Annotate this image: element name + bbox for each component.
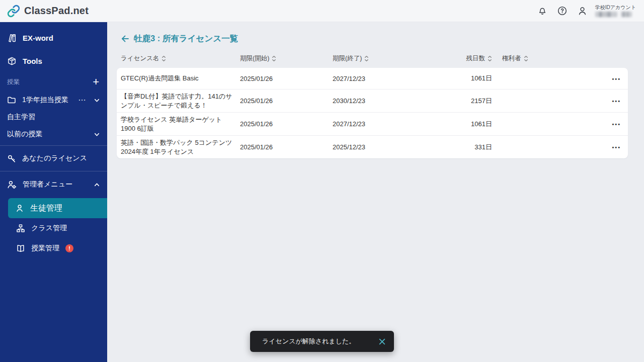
- key-icon: [7, 154, 16, 163]
- back-arrow-icon: [120, 34, 130, 44]
- org-chart-icon: [16, 224, 25, 233]
- sort-icon: [272, 55, 276, 62]
- sidebar-item-label: EX-word: [23, 34, 53, 42]
- table-row: 【音声DL付】英語で話す力。141のサンプル・スピーチで鍛える！ 2025/01…: [117, 89, 628, 112]
- row-more-menu-button[interactable]: •••: [612, 76, 621, 82]
- row-menu-cell: •••: [603, 120, 628, 128]
- classes-section-header: 授業 +: [0, 72, 107, 92]
- dictionary-icon: [7, 33, 17, 43]
- start-date-cell: 2025/01/26: [240, 120, 333, 128]
- sort-icon: [162, 55, 166, 62]
- days-remaining-cell: 2157日: [425, 97, 492, 106]
- sidebar: EX-word Tools 授業 + 1学年担当授業 …: [0, 22, 107, 362]
- sidebar-item-label: あなたのライセンス: [22, 154, 87, 163]
- sidebar-item-label: クラス管理: [31, 224, 67, 233]
- chain-link-logo-icon: [7, 5, 20, 18]
- person-icon: [15, 204, 24, 213]
- column-header-license-name[interactable]: ライセンス名: [117, 54, 240, 63]
- toast-message: ライセンスが解除されました。: [262, 337, 355, 346]
- chevron-up-icon[interactable]: [94, 182, 100, 188]
- bell-icon: [537, 6, 547, 16]
- sidebar-item-label: Tools: [23, 57, 42, 65]
- start-date-cell: 2025/01/26: [240, 75, 333, 82]
- sidebar-item-ex-word[interactable]: EX-word: [0, 26, 107, 49]
- add-class-button[interactable]: +: [93, 76, 99, 87]
- classes-section-label: 授業: [7, 78, 20, 86]
- table-header-row: ライセンス名 期限(開始) 期限(終了) 残日数 権利者: [117, 53, 628, 63]
- days-remaining-cell: 331日: [425, 143, 492, 152]
- row-menu-cell: •••: [603, 97, 628, 105]
- sidebar-item-label: 1学年担当授業: [22, 96, 68, 105]
- sort-icon: [488, 55, 492, 62]
- page-title-row: 牡鹿3 : 所有ライセンス一覧: [120, 33, 644, 44]
- sidebar-item-label: 生徒管理: [30, 203, 62, 214]
- license-name-cell: 学校ライセンス 英単語ターゲット1900 6訂版: [117, 115, 240, 133]
- days-remaining-cell: 1061日: [425, 120, 492, 129]
- admin-user-gear-icon: [7, 180, 17, 190]
- column-header-days-remaining[interactable]: 残日数: [425, 54, 492, 63]
- sidebar-divider: [0, 171, 107, 171]
- toast-close-button[interactable]: [378, 338, 386, 345]
- sort-icon: [524, 55, 528, 62]
- back-button[interactable]: [120, 34, 130, 44]
- class-more-menu-button[interactable]: …: [78, 94, 87, 103]
- license-name-cell: GTEC(R)過去問題集 Basic: [117, 74, 240, 83]
- row-more-menu-button[interactable]: •••: [612, 98, 621, 104]
- account-type-label: 学校IDアカウント: [595, 5, 636, 11]
- table-row: 学校ライセンス 英単語ターゲット1900 6訂版 2025/01/26 2027…: [117, 112, 628, 135]
- sidebar-item-label: 管理者メニュー: [23, 180, 72, 189]
- license-name-cell: 【音声DL付】英語で話す力。141のサンプル・スピーチで鍛える！: [117, 92, 240, 110]
- page-title: 牡鹿3 : 所有ライセンス一覧: [134, 33, 238, 44]
- account-name-redacted: [595, 12, 632, 17]
- chevron-down-icon[interactable]: [94, 97, 100, 104]
- end-date-cell: 2025/12/23: [333, 143, 425, 151]
- end-date-cell: 2030/12/23: [333, 97, 425, 105]
- main-content: 牡鹿3 : 所有ライセンス一覧 ライセンス名 期限(開始) 期限(終了) 残日数: [107, 22, 644, 362]
- header-actions: 学校IDアカウント: [536, 5, 644, 18]
- notifications-button[interactable]: [536, 5, 549, 18]
- sidebar-item-label: 授業管理: [31, 244, 59, 253]
- sidebar-item-student-management[interactable]: 生徒管理: [8, 198, 107, 218]
- account-button[interactable]: [576, 5, 589, 18]
- folder-icon: [7, 96, 16, 105]
- sidebar-item-label: 自主学習: [7, 113, 35, 122]
- help-icon: [557, 6, 568, 16]
- table-row: GTEC(R)過去問題集 Basic 2025/01/26 2027/12/23…: [117, 68, 628, 89]
- help-button[interactable]: [556, 5, 569, 18]
- user-icon: [577, 6, 588, 16]
- close-icon: [378, 338, 386, 345]
- license-name-cell: 英語・国語・数学パック 5コンテンツ 2024年度 1年ライセンス: [117, 138, 240, 156]
- row-more-menu-button[interactable]: •••: [612, 121, 621, 127]
- row-more-menu-button[interactable]: •••: [612, 144, 621, 150]
- alert-badge: !: [65, 244, 73, 252]
- account-info[interactable]: 学校IDアカウント: [595, 5, 636, 17]
- toolbox-icon: [7, 56, 17, 66]
- days-remaining-cell: 1061日: [425, 74, 492, 83]
- sidebar-item-label: 以前の授業: [7, 130, 42, 139]
- table-row: 英語・国語・数学パック 5コンテンツ 2024年度 1年ライセンス 2025/0…: [117, 135, 628, 158]
- row-menu-cell: •••: [603, 143, 628, 151]
- sidebar-item-tools[interactable]: Tools: [0, 49, 107, 72]
- sidebar-item-your-licenses[interactable]: あなたのライセンス: [0, 148, 107, 168]
- sidebar-item-previous-classes[interactable]: 以前の授業: [0, 126, 107, 143]
- column-header-end-date[interactable]: 期限(終了): [333, 54, 425, 63]
- toast-notification: ライセンスが解除されました。: [250, 331, 394, 352]
- row-menu-cell: •••: [603, 75, 628, 82]
- classpad-logo[interactable]: ClassPad.net: [0, 5, 89, 18]
- sidebar-item-class-management[interactable]: クラス管理: [0, 218, 107, 238]
- start-date-cell: 2025/01/26: [240, 97, 333, 105]
- sort-icon: [364, 55, 369, 62]
- open-book-icon: [16, 244, 25, 253]
- sidebar-divider: [0, 145, 107, 146]
- logo-text: ClassPad.net: [24, 5, 89, 17]
- end-date-cell: 2027/12/23: [333, 120, 425, 128]
- end-date-cell: 2027/12/23: [333, 75, 425, 82]
- sidebar-item-self-study[interactable]: 自主学習: [0, 109, 107, 126]
- column-header-start-date[interactable]: 期限(開始): [240, 54, 333, 63]
- column-header-owner[interactable]: 権利者: [492, 54, 603, 63]
- sidebar-item-admin-menu[interactable]: 管理者メニュー: [0, 174, 107, 195]
- sidebar-item-class-grade1[interactable]: 1学年担当授業 …: [0, 92, 107, 109]
- sidebar-item-lesson-management[interactable]: 授業管理 !: [0, 238, 107, 258]
- chevron-down-icon[interactable]: [94, 131, 100, 138]
- license-table: GTEC(R)過去問題集 Basic 2025/01/26 2027/12/23…: [117, 68, 628, 158]
